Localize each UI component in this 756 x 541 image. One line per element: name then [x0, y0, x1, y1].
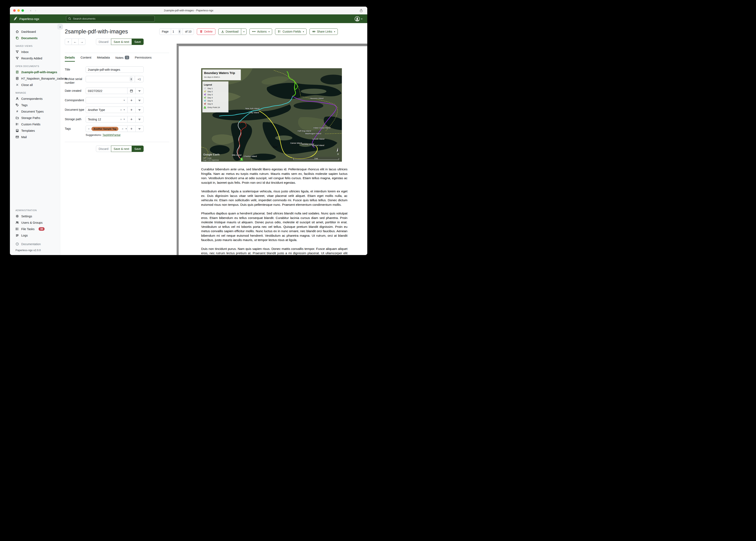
- actions-button[interactable]: ••• Actions ▾: [249, 28, 272, 35]
- map-island-label: Mile Island: [232, 154, 241, 156]
- sidebar-item-logs[interactable]: Logs: [10, 232, 60, 239]
- map-island-label: New York Island: [245, 107, 259, 110]
- tab-permissions[interactable]: Permissions: [135, 56, 152, 62]
- save-button[interactable]: Save: [132, 39, 144, 45]
- sidebar-item-file-tasks[interactable]: File Tasks 16: [10, 226, 60, 232]
- paragraph: Phasellus dapibus quam a hendrerit place…: [201, 211, 347, 242]
- sidebar-documentation[interactable]: ? Documentation: [10, 239, 60, 246]
- calendar-button[interactable]: [127, 88, 135, 94]
- filter-bars-icon: [138, 89, 141, 93]
- download-options-button[interactable]: ▾: [241, 28, 247, 35]
- remove-tag-icon[interactable]: ×: [88, 127, 90, 131]
- sidebar-item-recently-added[interactable]: Recently Added: [10, 55, 60, 61]
- storage-path-select[interactable]: Testing 12 × ▼: [86, 116, 127, 122]
- app-brand[interactable]: Paperless-ngx: [13, 16, 39, 21]
- sidebar-item-open-doc-1[interactable]: 2sample-pdf-with-images: [10, 69, 60, 75]
- save-next-button-bottom[interactable]: Save & next: [111, 146, 132, 152]
- map-island-label: Gary Island: [249, 111, 259, 114]
- tab-notes[interactable]: Notes 1: [115, 56, 129, 62]
- close-icon: ×: [67, 40, 69, 44]
- window-minimize-button[interactable]: [17, 9, 20, 12]
- tag-icon: [15, 103, 19, 107]
- search-box[interactable]: [66, 16, 155, 22]
- share-links-button[interactable]: Share Links ▾: [309, 28, 338, 35]
- tab-metadata[interactable]: Metadata: [97, 56, 110, 62]
- map-legend: Legend Day 1 Day 2 Day 3 Day 4 Day: [202, 81, 228, 112]
- window-close-button[interactable]: [13, 9, 16, 12]
- browser-forward-button[interactable]: ›: [35, 8, 36, 13]
- date-created-input[interactable]: [88, 89, 125, 93]
- sidebar-spacer: [10, 140, 60, 206]
- asn-input[interactable]: [88, 78, 128, 81]
- date-filter-button[interactable]: [135, 88, 143, 94]
- close-document-button[interactable]: ×: [65, 39, 72, 45]
- filter-funnel-icon: [15, 57, 19, 60]
- page-label: Page: [159, 29, 171, 35]
- tab-details[interactable]: Details: [65, 56, 75, 62]
- page-number-input[interactable]: 1: [171, 29, 183, 35]
- sidebar-item-templates[interactable]: Templates: [10, 127, 60, 134]
- sidebar-item-documents[interactable]: Documents: [10, 35, 60, 41]
- clear-icon[interactable]: ×: [122, 127, 124, 131]
- asn-plus-one-button[interactable]: +1: [135, 76, 143, 82]
- sidebar-item-mail[interactable]: Mail: [10, 134, 60, 140]
- sidebar-item-document-types[interactable]: # Document Types: [10, 108, 60, 115]
- correspondent-select[interactable]: ▼: [86, 97, 127, 103]
- caret-down-icon: ▼: [123, 118, 125, 120]
- next-document-button[interactable]: →: [78, 39, 85, 45]
- asn-stepper[interactable]: [130, 77, 133, 81]
- tags-add-button[interactable]: +: [127, 126, 135, 132]
- sidebar-item-dashboard[interactable]: Dashboard: [10, 28, 60, 35]
- discard-button-bottom[interactable]: Discard: [96, 146, 111, 152]
- sidebar-item-settings[interactable]: Settings: [10, 213, 60, 220]
- traffic-lights: [13, 9, 24, 12]
- sidebar-item-inbox[interactable]: Inbox: [10, 49, 60, 55]
- custom-fields-button[interactable]: Custom Fields ▾: [275, 28, 307, 35]
- sidebar-item-storage-paths[interactable]: Storage Paths: [10, 115, 60, 121]
- sidebar-item-open-doc-2[interactable]: H7_Napoleon_Bonaparte_zadanie: [10, 75, 60, 82]
- svg-text:Day 6: Day 6: [208, 103, 213, 105]
- delete-button[interactable]: Delete: [197, 28, 215, 35]
- previous-document-button[interactable]: ←: [72, 39, 79, 45]
- sidebar-item-users-groups[interactable]: Users & Groups: [10, 220, 60, 226]
- clear-icon[interactable]: ×: [120, 108, 122, 112]
- paragraph: Vestibulum eleifend, ligula a scelerisqu…: [201, 189, 347, 207]
- save-next-button[interactable]: Save & next: [111, 39, 132, 45]
- tags-filter-button[interactable]: [135, 126, 143, 132]
- window-titlebar: ‹ › 2sample-pdf-with-images - Paperless-…: [10, 7, 367, 14]
- correspondent-add-button[interactable]: +: [127, 97, 135, 103]
- correspondent-filter-button[interactable]: [135, 97, 143, 103]
- save-button-bottom[interactable]: Save: [132, 146, 144, 152]
- documents-icon: [15, 36, 19, 40]
- storage-path-filter-button[interactable]: [135, 116, 143, 122]
- user-menu[interactable]: ▾: [354, 16, 362, 22]
- document-type-select[interactable]: Another Type × ▼: [86, 107, 127, 113]
- document-type-add-button[interactable]: +: [127, 107, 135, 113]
- tag-chip[interactable]: Another Sample Tag: [91, 127, 118, 131]
- clear-icon[interactable]: ×: [120, 118, 122, 121]
- pdf-preview-pane[interactable]: Hausons Island New York Island Gary Isla…: [177, 44, 367, 255]
- tags-select[interactable]: × Another Sample Tag × ▼: [86, 126, 127, 132]
- discard-button[interactable]: Discard: [96, 39, 111, 45]
- title-input[interactable]: [88, 68, 141, 71]
- template-file-icon: [15, 129, 19, 132]
- sidebar-item-tags[interactable]: Tags: [10, 102, 60, 108]
- tab-content[interactable]: Content: [80, 56, 91, 62]
- window-zoom-button[interactable]: [21, 9, 24, 12]
- map-island-label: Indian Grave Island: [313, 127, 330, 129]
- filter-bars-icon: [138, 127, 141, 131]
- sidebar-item-custom-fields[interactable]: Custom Fields: [10, 121, 60, 127]
- sidebar-item-close-all[interactable]: Close all: [10, 82, 60, 88]
- tag-suggestion-link[interactable]: TagWithPartial: [103, 133, 120, 137]
- browser-back-button[interactable]: ‹: [30, 8, 31, 13]
- ellipsis-icon: •••: [252, 30, 256, 33]
- share-icon[interactable]: [359, 8, 363, 13]
- collapse-sidebar-button[interactable]: «: [57, 24, 63, 30]
- save-group-top: Discard Save & next Save: [96, 39, 144, 45]
- sidebar-item-correspondents[interactable]: Correspondents: [10, 96, 60, 102]
- storage-path-add-button[interactable]: +: [127, 116, 135, 122]
- document-type-filter-button[interactable]: [135, 107, 143, 113]
- page-stepper[interactable]: [178, 29, 181, 34]
- download-button[interactable]: Download: [218, 28, 241, 35]
- search-input[interactable]: [73, 17, 153, 20]
